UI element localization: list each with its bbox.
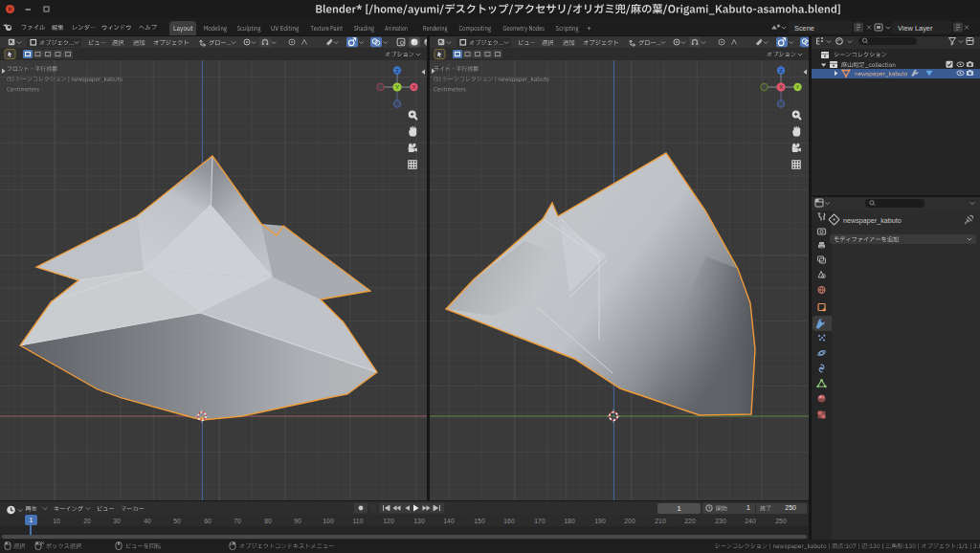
svg-text:Y: Y <box>796 84 800 90</box>
svg-text:Z: Z <box>395 68 399 74</box>
svg-text:X: X <box>779 83 783 90</box>
svg-text:Y: Y <box>395 83 399 90</box>
svg-text:X: X <box>412 84 416 90</box>
svg-text:Z: Z <box>779 68 783 74</box>
